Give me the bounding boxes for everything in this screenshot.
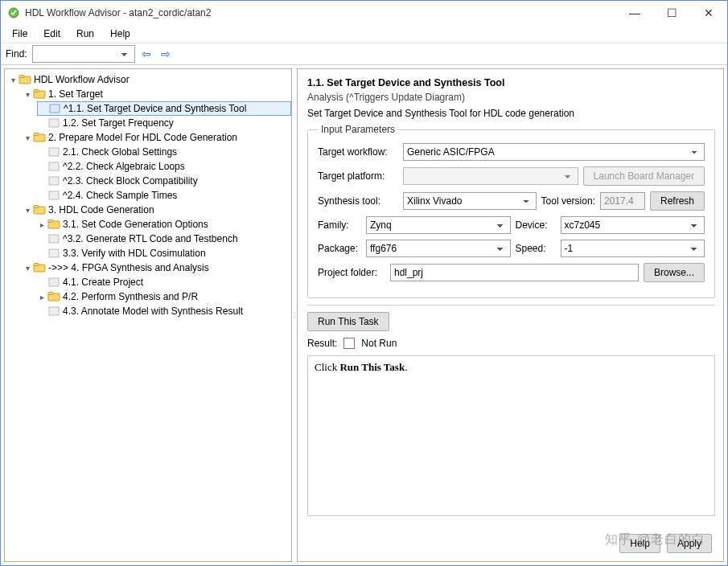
- chevron-down-icon[interactable]: ▾: [23, 206, 32, 215]
- chevron-down-icon[interactable]: ▾: [23, 133, 32, 142]
- target-workflow-label: Target workflow:: [318, 146, 398, 158]
- menubar: File Edit Run Help: [1, 25, 727, 43]
- window-title: HDL Workflow Advisor - atan2_cordic/atan…: [25, 7, 616, 18]
- launch-board-manager-button: Launch Board Manager: [583, 166, 705, 186]
- synthesis-tool-label: Synthesis tool:: [318, 195, 398, 207]
- folder-icon: [47, 218, 60, 231]
- package-select[interactable]: ffg676: [366, 240, 511, 257]
- svg-rect-16: [48, 220, 53, 223]
- titlebar: HDL Workflow Advisor - atan2_cordic/atan…: [1, 1, 727, 25]
- device-label: Device:: [516, 219, 556, 231]
- svg-rect-10: [49, 162, 59, 170]
- close-button[interactable]: ✕: [690, 1, 727, 25]
- folder-icon: [19, 73, 31, 86]
- tree-node-2-4[interactable]: ^2.4. Check Sample Times: [37, 188, 291, 203]
- minimize-button[interactable]: —: [616, 1, 653, 25]
- chevron-right-icon[interactable]: ▸: [37, 293, 47, 301]
- content-area: ▾ HDL Workflow Advisor ▾ 1. Set Target: [1, 65, 727, 565]
- result-value: Not Run: [361, 338, 397, 349]
- result-output: Click Run This Task.: [307, 355, 715, 516]
- chevron-down-icon[interactable]: ▾: [23, 264, 32, 273]
- run-this-task-button[interactable]: Run This Task: [307, 312, 389, 331]
- svg-rect-8: [34, 133, 39, 136]
- menu-edit[interactable]: Edit: [37, 27, 67, 41]
- find-label: Find:: [6, 48, 27, 59]
- tree-pane[interactable]: ▾ HDL Workflow Advisor ▾ 1. Set Target: [4, 68, 292, 562]
- detail-pane: 1.1. Set Target Device and Synthesis Too…: [297, 68, 724, 562]
- package-label: Package:: [318, 243, 361, 254]
- refresh-button[interactable]: Refresh: [650, 191, 705, 211]
- tree-node-1-1[interactable]: ^1.1. Set Target Device and Synthesis To…: [37, 101, 291, 116]
- tree-node-4-3[interactable]: 4.3. Annotate Model with Synthesis Resul…: [37, 304, 291, 318]
- input-parameters-legend: Input Parameters: [318, 124, 398, 135]
- analysis-note: Analysis (^Triggers Update Diagram): [307, 92, 715, 103]
- tree-node-4-1[interactable]: 4.1. Create Project: [37, 275, 291, 289]
- svg-rect-2: [19, 76, 24, 78]
- target-workflow-select[interactable]: Generic ASIC/FPGA: [403, 143, 705, 161]
- speed-select[interactable]: -1: [561, 240, 705, 257]
- synthesis-tool-select[interactable]: Xilinx Vivado: [403, 192, 537, 210]
- folder-icon: [33, 261, 46, 274]
- task-icon: [47, 247, 60, 260]
- tool-version-label: Tool version:: [541, 195, 595, 207]
- tree-node-3-3[interactable]: 3.3. Verify with HDL Cosimulation: [37, 246, 291, 260]
- find-next-button[interactable]: ⇨: [158, 46, 174, 62]
- apply-button[interactable]: Apply: [667, 534, 712, 553]
- svg-rect-21: [49, 278, 59, 286]
- chevron-right-icon[interactable]: ▸: [37, 220, 47, 229]
- tree-node-2-1[interactable]: 2.1. Check Global Settings: [37, 145, 291, 159]
- result-status-icon: [343, 338, 355, 349]
- tree-node-1-2[interactable]: 1.2. Set Target Frequency: [37, 116, 291, 130]
- tree-node-2-2[interactable]: ^2.2. Check Algebraic Loops: [37, 159, 291, 174]
- tree-node-3-1[interactable]: ▸3.1. Set Code Generation Options: [37, 217, 291, 232]
- svg-rect-5: [50, 105, 60, 113]
- tree-node-4-2[interactable]: ▸4.2. Perform Synthesis and P/R: [37, 289, 291, 304]
- task-icon: [47, 276, 60, 289]
- help-button[interactable]: Help: [619, 534, 660, 553]
- chevron-down-icon[interactable]: ▾: [8, 76, 18, 84]
- svg-rect-14: [34, 206, 39, 208]
- panel-description: Set Target Device and Synthesis Tool for…: [307, 108, 715, 119]
- family-select[interactable]: Zynq: [366, 216, 511, 234]
- folder-icon: [33, 131, 46, 144]
- tree-node-3[interactable]: ▾ 3. HDL Code Generation: [23, 203, 291, 217]
- task-icon: [47, 189, 60, 202]
- browse-button[interactable]: Browse...: [644, 263, 705, 282]
- menu-help[interactable]: Help: [104, 27, 137, 41]
- svg-rect-18: [49, 249, 59, 257]
- menu-file[interactable]: File: [6, 27, 34, 41]
- svg-rect-11: [49, 177, 59, 185]
- tree-root[interactable]: ▾ HDL Workflow Advisor: [8, 72, 291, 87]
- tree-node-2[interactable]: ▾ 2. Prepare Model For HDL Code Generati…: [23, 130, 291, 145]
- find-input[interactable]: [32, 45, 135, 63]
- maximize-button[interactable]: ☐: [653, 1, 690, 25]
- task-icon: [47, 146, 60, 158]
- tree-node-3-2[interactable]: ^3.2. Generate RTL Code and Testbench: [37, 232, 291, 246]
- project-folder-input[interactable]: [390, 264, 639, 281]
- find-prev-button[interactable]: ⇦: [138, 46, 154, 62]
- tree-node-2-3[interactable]: ^2.3. Check Block Compatibility: [37, 174, 291, 188]
- target-platform-label: Target platform:: [318, 170, 398, 182]
- svg-rect-6: [49, 119, 59, 127]
- tool-version-field: [600, 192, 645, 210]
- folder-icon: [47, 290, 60, 303]
- menu-run[interactable]: Run: [70, 27, 101, 41]
- device-select[interactable]: xc7z045: [561, 216, 705, 234]
- result-label: Result:: [307, 338, 337, 349]
- speed-label: Speed:: [516, 243, 556, 254]
- task-icon: [47, 305, 60, 318]
- folder-icon: [33, 203, 46, 216]
- target-platform-select: [403, 167, 578, 185]
- task-icon: [47, 232, 60, 245]
- family-label: Family:: [318, 219, 361, 231]
- tree-node-4[interactable]: ▾ ->>> 4. FPGA Synthesis and Analysis: [23, 260, 291, 275]
- svg-rect-20: [34, 264, 39, 266]
- tree-node-1[interactable]: ▾ 1. Set Target: [23, 87, 291, 101]
- task-icon: [47, 160, 60, 173]
- panel-title: 1.1. Set Target Device and Synthesis Too…: [307, 77, 715, 88]
- findbar: Find: ⇦ ⇨: [1, 43, 727, 65]
- app-icon: [7, 6, 20, 19]
- svg-rect-9: [49, 148, 59, 156]
- chevron-down-icon[interactable]: ▾: [23, 90, 32, 99]
- svg-rect-17: [49, 235, 59, 243]
